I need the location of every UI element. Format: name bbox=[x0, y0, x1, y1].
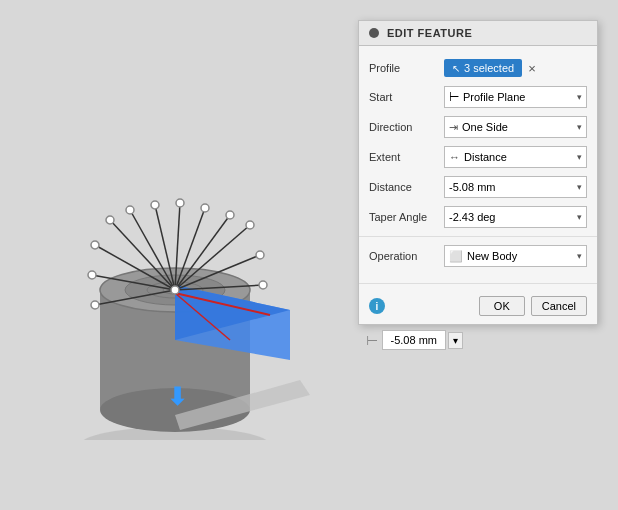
taper-angle-dropdown-arrow: ▾ bbox=[577, 212, 582, 222]
distance-label: Distance bbox=[369, 181, 444, 193]
svg-point-34 bbox=[91, 301, 99, 309]
cancel-button[interactable]: Cancel bbox=[531, 296, 587, 316]
start-row: Start ⊢ Profile Plane ▾ bbox=[359, 82, 597, 112]
svg-point-25 bbox=[106, 216, 114, 224]
operation-label: Operation bbox=[369, 250, 444, 262]
start-value: Profile Plane bbox=[463, 91, 525, 103]
3d-model: ⬇ bbox=[20, 100, 320, 440]
direction-value: One Side bbox=[462, 121, 508, 133]
extent-label: Extent bbox=[369, 151, 444, 163]
svg-point-35 bbox=[256, 251, 264, 259]
distance-dropdown[interactable]: -5.08 mm ▾ bbox=[444, 176, 587, 198]
footer-buttons: OK Cancel bbox=[479, 296, 587, 316]
profile-row: Profile ↖ 3 selected × bbox=[359, 54, 597, 82]
operation-control: ⬜ New Body ▾ bbox=[444, 245, 587, 267]
start-dropdown[interactable]: ⊢ Profile Plane ▾ bbox=[444, 86, 587, 108]
operation-dropdown[interactable]: ⬜ New Body ▾ bbox=[444, 245, 587, 267]
extent-control: ↔ Distance ▾ bbox=[444, 146, 587, 168]
direction-control: ⇥ One Side ▾ bbox=[444, 116, 587, 138]
direction-row: Direction ⇥ One Side ▾ bbox=[359, 112, 597, 142]
operation-icon: ⬜ bbox=[449, 250, 463, 263]
extent-row: Extent ↔ Distance ▾ bbox=[359, 142, 597, 172]
bottom-distance-value[interactable]: -5.08 mm bbox=[382, 330, 446, 350]
ok-button[interactable]: OK bbox=[479, 296, 525, 316]
profile-clear-button[interactable]: × bbox=[526, 61, 538, 76]
svg-point-36 bbox=[259, 281, 267, 289]
svg-point-27 bbox=[151, 201, 159, 209]
distance-value: -5.08 mm bbox=[449, 181, 495, 193]
start-control: ⊢ Profile Plane ▾ bbox=[444, 86, 587, 108]
direction-dropdown[interactable]: ⇥ One Side ▾ bbox=[444, 116, 587, 138]
svg-point-32 bbox=[91, 241, 99, 249]
operation-value: New Body bbox=[467, 250, 517, 262]
extent-icon: ↔ bbox=[449, 151, 460, 163]
svg-point-28 bbox=[176, 199, 184, 207]
svg-point-26 bbox=[126, 206, 134, 214]
start-dropdown-arrow: ▾ bbox=[577, 92, 582, 102]
direction-icon: ⇥ bbox=[449, 121, 458, 134]
panel-title: EDIT FEATURE bbox=[387, 27, 472, 39]
start-icon: ⊢ bbox=[449, 90, 459, 104]
footer-divider bbox=[359, 283, 597, 284]
start-label: Start bbox=[369, 91, 444, 103]
svg-text:⬇: ⬇ bbox=[167, 383, 187, 410]
distance-handle-icon: ⊢ bbox=[366, 332, 378, 348]
profile-label: Profile bbox=[369, 62, 444, 74]
svg-point-29 bbox=[201, 204, 209, 212]
direction-label: Direction bbox=[369, 121, 444, 133]
panel-body: Profile ↖ 3 selected × Start ⊢ Prof bbox=[359, 46, 597, 279]
panel-icon bbox=[369, 28, 379, 38]
bottom-distance-dropdown[interactable]: ▾ bbox=[448, 332, 463, 349]
viewport: ⬇ EDIT FEATURE Profile ↖ 3 selected × bbox=[0, 0, 618, 510]
taper-angle-value: -2.43 deg bbox=[449, 211, 495, 223]
taper-angle-row: Taper Angle -2.43 deg ▾ bbox=[359, 202, 597, 232]
panel-footer: i OK Cancel bbox=[359, 288, 597, 324]
extent-dropdown[interactable]: ↔ Distance ▾ bbox=[444, 146, 587, 168]
taper-angle-dropdown[interactable]: -2.43 deg ▾ bbox=[444, 206, 587, 228]
svg-point-30 bbox=[226, 211, 234, 219]
profile-control: ↖ 3 selected × bbox=[444, 59, 587, 77]
taper-angle-label: Taper Angle bbox=[369, 211, 444, 223]
svg-point-33 bbox=[88, 271, 96, 279]
distance-row: Distance -5.08 mm ▾ bbox=[359, 172, 597, 202]
panel-header: EDIT FEATURE bbox=[359, 21, 597, 46]
distance-dropdown-arrow: ▾ bbox=[577, 182, 582, 192]
bottom-distance-control: ⊢ -5.08 mm ▾ bbox=[366, 330, 463, 350]
taper-angle-control: -2.43 deg ▾ bbox=[444, 206, 587, 228]
extent-dropdown-arrow: ▾ bbox=[577, 152, 582, 162]
operation-row: Operation ⬜ New Body ▾ bbox=[359, 241, 597, 271]
cursor-icon: ↖ bbox=[452, 63, 460, 74]
edit-feature-panel: EDIT FEATURE Profile ↖ 3 selected × Star… bbox=[358, 20, 598, 325]
extent-value: Distance bbox=[464, 151, 507, 163]
svg-point-37 bbox=[171, 286, 179, 294]
profile-selected-button[interactable]: ↖ 3 selected bbox=[444, 59, 522, 77]
info-icon: i bbox=[369, 298, 385, 314]
operation-dropdown-arrow: ▾ bbox=[577, 251, 582, 261]
svg-point-31 bbox=[246, 221, 254, 229]
profile-selected-text: 3 selected bbox=[464, 62, 514, 74]
distance-control: -5.08 mm ▾ bbox=[444, 176, 587, 198]
divider bbox=[359, 236, 597, 237]
direction-dropdown-arrow: ▾ bbox=[577, 122, 582, 132]
